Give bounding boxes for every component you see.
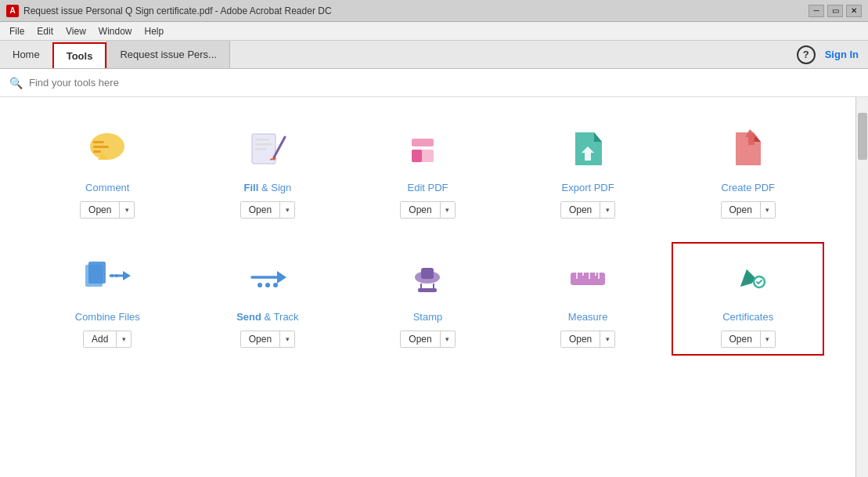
tool-fill-sign: Fill & Sign Open ▾ (192, 113, 344, 226)
stamp-btn-group: Open ▾ (400, 331, 455, 348)
measure-dropdown-btn[interactable]: ▾ (600, 331, 614, 347)
tool-comment: Comment Open ▾ (31, 113, 184, 226)
svg-rect-8 (255, 148, 266, 150)
comment-icon-area (80, 121, 135, 175)
tool-measure: Measure Open ▾ (512, 242, 665, 356)
send-track-icon-area (240, 250, 295, 305)
search-bar: 🔍 (0, 69, 868, 97)
restore-button[interactable]: ▭ (827, 5, 843, 17)
svg-point-20 (115, 274, 118, 277)
help-button[interactable]: ? (797, 45, 816, 64)
svg-point-23 (258, 283, 262, 287)
tab-tools[interactable]: Tools (52, 42, 107, 68)
certificates-dropdown-btn[interactable]: ▾ (761, 331, 775, 347)
send-track-open-btn[interactable]: Open (241, 331, 280, 347)
fill-sign-dropdown-btn[interactable]: ▾ (280, 202, 294, 218)
tool-send-track: Send & Track Open ▾ (192, 242, 344, 356)
export-pdf-btn-group: Open ▾ (560, 201, 615, 219)
svg-rect-1 (93, 141, 104, 143)
search-icon: 🔍 (9, 77, 23, 89)
create-pdf-open-btn[interactable]: Open (722, 202, 761, 218)
comment-open-btn[interactable]: Open (81, 202, 120, 218)
create-pdf-dropdown-btn[interactable]: ▾ (761, 202, 775, 218)
tool-stamp: Stamp Open ▾ (351, 242, 504, 356)
tool-combine-files: Combine Files Add ▾ (31, 242, 184, 356)
create-pdf-icon-area (721, 121, 776, 175)
comment-btn-group: Open ▾ (80, 201, 135, 219)
svg-rect-28 (418, 288, 437, 292)
fill-sign-open-btn[interactable]: Open (241, 202, 280, 218)
tab-doc[interactable]: Request issue Pers... (106, 41, 230, 68)
measure-btn-group: Open ▾ (560, 331, 615, 348)
certificates-open-btn[interactable]: Open (722, 331, 761, 347)
tool-export-pdf: Export PDF Open ▾ (512, 113, 665, 226)
svg-rect-27 (421, 268, 434, 279)
combine-files-add-btn[interactable]: Add (84, 331, 117, 347)
combine-files-btn-group: Add ▾ (83, 331, 131, 348)
svg-marker-22 (277, 271, 286, 284)
edit-pdf-icon-area (400, 121, 455, 175)
menu-file[interactable]: File (3, 24, 31, 38)
menu-bar: File Edit View Window Help (0, 22, 868, 41)
svg-rect-3 (93, 150, 101, 153)
tool-certificates: Certificates Open ▾ (672, 242, 824, 356)
svg-rect-14 (412, 150, 422, 162)
certificates-label: Certificates (722, 311, 773, 324)
create-pdf-btn-group: Open ▾ (721, 201, 776, 219)
send-track-dropdown-btn[interactable]: ▾ (280, 331, 294, 347)
export-pdf-label: Export PDF (562, 182, 614, 195)
fill-sign-icon-area (240, 121, 295, 175)
svg-point-19 (110, 274, 113, 277)
tools-area: Comment Open ▾ (0, 97, 855, 477)
send-track-label: Send & Track (236, 311, 298, 324)
export-pdf-open-btn[interactable]: Open (561, 202, 600, 218)
stamp-open-btn[interactable]: Open (401, 331, 440, 347)
svg-rect-7 (255, 143, 272, 146)
tools-grid: Comment Open ▾ (31, 113, 824, 356)
combine-files-label: Combine Files (75, 311, 140, 324)
edit-pdf-dropdown-btn[interactable]: ▾ (441, 202, 455, 218)
edit-pdf-label: Edit PDF (407, 182, 448, 195)
tool-create-pdf: Create PDF Open ▾ (672, 113, 824, 226)
svg-rect-31 (571, 273, 605, 285)
export-pdf-dropdown-btn[interactable]: ▾ (600, 202, 614, 218)
measure-open-btn[interactable]: Open (561, 331, 600, 347)
app-icon: A (6, 5, 19, 17)
edit-pdf-open-btn[interactable]: Open (401, 202, 440, 218)
combine-files-dropdown-btn[interactable]: ▾ (117, 331, 131, 347)
certificates-icon-area (721, 250, 776, 305)
tab-bar: Home Tools Request issue Pers... ? Sign … (0, 41, 868, 69)
main-content: Comment Open ▾ (0, 97, 868, 477)
tab-home[interactable]: Home (0, 41, 52, 68)
scroll-thumb[interactable] (858, 113, 867, 160)
stamp-icon-area (400, 250, 455, 305)
scrollbar[interactable] (855, 97, 868, 477)
svg-point-24 (265, 283, 270, 287)
svg-rect-16 (88, 262, 106, 284)
svg-rect-2 (93, 146, 109, 148)
measure-icon-area (560, 250, 615, 305)
sign-in-button[interactable]: Sign In (825, 49, 859, 60)
menu-edit[interactable]: Edit (31, 24, 59, 38)
stamp-dropdown-btn[interactable]: ▾ (441, 331, 455, 347)
edit-pdf-btn-group: Open ▾ (400, 201, 455, 219)
window-controls: ─ ▭ ✕ (809, 5, 862, 17)
certificates-btn-group: Open ▾ (721, 331, 776, 348)
menu-view[interactable]: View (59, 24, 92, 38)
svg-rect-6 (255, 139, 269, 141)
close-button[interactable]: ✕ (846, 5, 862, 17)
export-pdf-icon-area (560, 121, 615, 175)
menu-window[interactable]: Window (92, 24, 139, 38)
minimize-button[interactable]: ─ (809, 5, 824, 17)
send-track-btn-group: Open ▾ (240, 331, 295, 348)
search-input[interactable] (29, 77, 859, 89)
svg-marker-18 (123, 271, 131, 280)
comment-dropdown-btn[interactable]: ▾ (120, 202, 134, 218)
stamp-label: Stamp (413, 311, 443, 324)
svg-rect-12 (412, 139, 434, 146)
measure-label: Measure (568, 311, 608, 324)
fill-sign-btn-group: Open ▾ (240, 201, 295, 219)
fill-sign-label: Fill & Sign (244, 182, 292, 195)
menu-help[interactable]: Help (139, 24, 171, 38)
tool-edit-pdf: Edit PDF Open ▾ (351, 113, 504, 226)
